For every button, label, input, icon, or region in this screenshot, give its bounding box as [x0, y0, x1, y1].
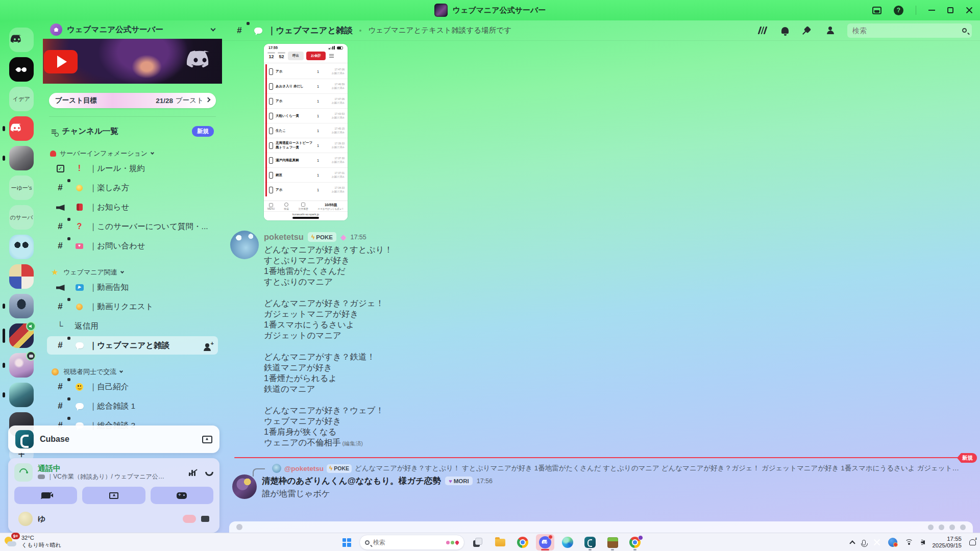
screen-share-button[interactable] [82, 487, 145, 504]
voice-user-row[interactable]: ゆ [14, 510, 213, 528]
server-icon-yuu[interactable]: ーゆー's [9, 176, 34, 200]
search-input[interactable] [852, 27, 958, 35]
message-azarin[interactable]: 清楚枠のあざりんくん@ななもり。様ガチ恋勢 ♥MORI 17:56 誰が地雷じゃ… [230, 474, 980, 499]
chrome-profile-button[interactable] [626, 534, 644, 550]
server-icon-art[interactable] [9, 146, 34, 170]
server-header[interactable]: ウェブマニア公式サーバー [43, 20, 222, 39]
tray-overflow-chevron-icon[interactable] [850, 540, 855, 546]
channel-contact[interactable]: # ♥ ｜お問い合わせ [47, 237, 218, 255]
message-poketetsu[interactable]: poketetsu ϟPOKE ◆ 17:55 どんなマニアが好き？すとぷり！ … [230, 231, 980, 449]
avatar[interactable] [232, 474, 257, 499]
phone-icon [269, 68, 273, 75]
clock[interactable]: 17:55 2025/09/15 [932, 536, 962, 549]
help-icon[interactable]: ? [894, 6, 903, 15]
reply-quote[interactable]: どんなマニアが好き？すとぷり！ すとぷりマニアが好き 1番地雷がたくさんだ すと… [355, 464, 960, 473]
taskbar-search-input[interactable] [373, 539, 443, 546]
attach-plus-icon[interactable] [236, 524, 242, 530]
server-icon-anime-girl[interactable] [9, 353, 34, 378]
camera-toggle-button[interactable] [14, 487, 77, 504]
server-icon-server[interactable]: のサーバ [9, 205, 34, 230]
message-author[interactable]: poketetsu [264, 232, 304, 242]
channel-how-to-enjoy[interactable]: # ｜楽しみ方 [47, 179, 218, 197]
close-button[interactable] [966, 7, 973, 14]
call-channel-path[interactable]: ｜VC作業（雑談あり）/ ウェブマニア公式... [47, 472, 165, 481]
smiley-emoji-icon [75, 382, 84, 392]
channel-general-chat-1[interactable]: # ｜総合雑談 1 [47, 397, 218, 415]
chat-search-box[interactable] [847, 23, 972, 38]
server-icon-pixel-active[interactable] [9, 323, 34, 348]
server-icon-quotes[interactable] [9, 57, 34, 82]
tray-date: 2025/09/15 [932, 542, 962, 549]
inbox-icon[interactable] [872, 7, 881, 14]
nav-order-history[interactable]: 注文履歴 [299, 203, 308, 210]
channel-reply-thread[interactable]: └ 返信用 [47, 317, 218, 335]
server-icon-face[interactable] [9, 235, 34, 259]
chrome-button[interactable] [513, 534, 532, 550]
gif-icon[interactable] [939, 524, 944, 530]
avatar[interactable] [230, 231, 259, 259]
cubase-button[interactable] [581, 534, 599, 550]
channel-topic[interactable]: ウェブマニアとテキスト雑談する場所です [368, 26, 511, 35]
message-author[interactable]: 清楚枠のあざりんくん@ななもり。様ガチ恋勢 [262, 475, 441, 487]
stream-icon[interactable] [202, 436, 212, 443]
minimize-button[interactable] [928, 10, 935, 11]
threads-icon[interactable] [757, 26, 768, 36]
server-icon-festive[interactable] [9, 264, 34, 289]
channel-rules[interactable]: ✓ ! ｜ルール・規約 [47, 159, 218, 178]
section-server-information[interactable]: サーバーインフォメーション [50, 149, 215, 158]
wifi-icon[interactable] [905, 539, 913, 545]
message-scroll-area[interactable]: 17:55 12 52 呼出 お会計 アホ117:47:06お届け済み [222, 41, 980, 533]
message-input-bar[interactable] [229, 521, 973, 533]
reply-mention[interactable]: @poketetsu [284, 465, 324, 472]
x-tray-icon[interactable] [873, 539, 880, 546]
checkout-button[interactable]: お会計 [306, 52, 326, 60]
channel-announcements[interactable]: ｜お知らせ [47, 198, 218, 216]
reply-context[interactable]: @poketetsu ϟPOKE どんなマニアが好き？すとぷり！ すとぷりマニア… [272, 463, 960, 473]
order-list[interactable]: アホ117:47:06お届け済み あおさ入り 赤だし117:46:59お届け済み… [264, 64, 348, 196]
server-icon-idea[interactable]: イデア [9, 87, 34, 111]
pinned-messages-icon[interactable] [802, 26, 813, 36]
notification-bell-dnd-icon[interactable] [969, 539, 976, 545]
discord-button-active[interactable] [536, 534, 554, 550]
microphone-tray-icon[interactable] [862, 540, 866, 545]
emoji-icon[interactable] [960, 524, 966, 530]
server-icon-suit[interactable] [9, 294, 34, 318]
weather-widget[interactable]: 9+ 32°C くもり時々晴れ [4, 535, 61, 548]
noise-suppression-icon[interactable] [189, 469, 197, 476]
channel-self-introduction[interactable]: # ｜自己紹介 [47, 378, 218, 396]
minecraft-button[interactable] [603, 534, 622, 550]
message-reply-wrap[interactable]: @poketetsu ϟPOKE どんなマニアが好き？すとぷり！ すとぷりマニア… [230, 463, 980, 499]
member-list-icon[interactable]: + [825, 26, 835, 36]
add-members-icon[interactable]: + [205, 343, 214, 347]
attachment-image-sushi-order-app[interactable]: 17:55 12 52 呼出 お会計 アホ117:47:06お届け済み [264, 44, 348, 220]
nav-menu[interactable]: MENU [267, 203, 275, 210]
sticker-icon[interactable] [949, 524, 955, 530]
maximize-button[interactable] [947, 7, 953, 13]
volume-icon[interactable] [921, 540, 924, 545]
channel-video-announcements[interactable]: ▶ ｜動画告知 [47, 278, 218, 296]
boost-goal-bar[interactable]: ブースト目標 21/28 ブースト [49, 93, 216, 108]
disconnect-call-icon[interactable] [205, 472, 213, 476]
task-view-button[interactable] [469, 534, 487, 550]
server-icon-teal[interactable] [9, 383, 34, 407]
channel-browser-item[interactable]: ≡ チャンネル一覧 新規 [51, 126, 214, 137]
channel-server-questions[interactable]: # ? ｜このサーバーについて質問・... [47, 217, 218, 236]
section-webmania-related[interactable]: ★ ウェブマニア関連 [50, 267, 215, 277]
hamburger-menu-icon[interactable] [329, 54, 334, 58]
file-explorer-button[interactable] [491, 534, 509, 550]
section-viewer-exchange[interactable]: 視聴者同士で交流 [50, 367, 215, 377]
call-staff-button[interactable]: 呼出 [288, 52, 304, 60]
notifications-bell-icon[interactable] [780, 26, 790, 36]
start-button[interactable] [338, 535, 355, 550]
taskbar-search-box[interactable] [359, 535, 464, 550]
nav-search[interactable]: 検索 [284, 203, 289, 210]
server-icon-red-discord[interactable] [9, 116, 34, 141]
home-button[interactable] [9, 28, 34, 52]
activities-button[interactable] [151, 487, 213, 504]
gift-icon[interactable] [928, 524, 934, 530]
edge-button[interactable] [558, 534, 577, 550]
channel-webmania-chat-selected[interactable]: # ｜ウェブマニアと雑談 + [47, 336, 218, 355]
channel-video-requests[interactable]: # ｜動画リクエスト [47, 297, 218, 316]
hash-lock-icon: # [51, 337, 69, 354]
app-tray-icon[interactable] [888, 538, 897, 547]
